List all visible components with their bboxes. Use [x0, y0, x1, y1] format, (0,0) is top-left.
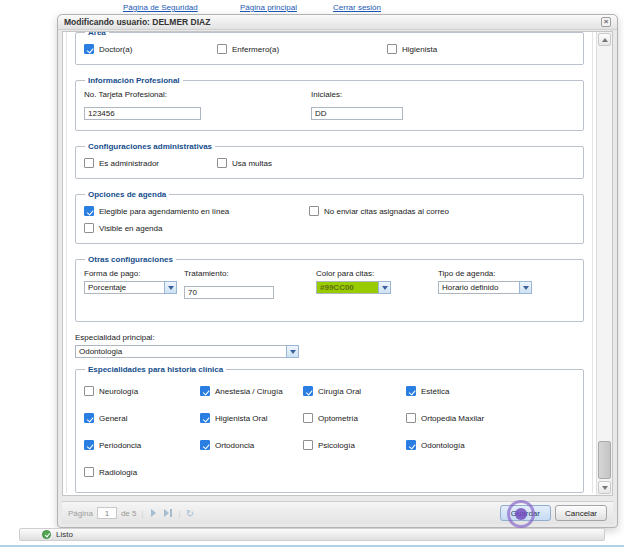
cancel-button[interactable]: Cancelar: [555, 505, 607, 521]
checkbox-label: Periodoncia: [99, 441, 141, 450]
checkbox-label: Enfermero(a): [232, 45, 279, 54]
section-info-profesional: Información Profesional No. Tarjeta Prof…: [75, 76, 584, 131]
section-otras-legend: Otras configuraciones: [85, 255, 176, 264]
iniciales-input[interactable]: [311, 107, 403, 120]
page-of-label: de 5: [121, 509, 137, 518]
especialidad-principal-select[interactable]: Odontologia: [75, 345, 584, 358]
checkbox-ortopedia-maxilar[interactable]: Ortopedia Maxilar: [406, 412, 575, 424]
checkbox-label: Higienista: [402, 45, 437, 54]
checkbox-box[interactable]: [406, 440, 416, 450]
forma-pago-select[interactable]: Porcentaje: [84, 281, 184, 294]
status-text: Listo: [56, 530, 73, 539]
scrollbar-thumb[interactable]: [598, 441, 611, 479]
checkbox-box[interactable]: [200, 440, 210, 450]
checkbox-box[interactable]: [217, 44, 227, 54]
checkbox-enfermero[interactable]: Enfermero(a): [217, 43, 387, 55]
checkbox-label: Odontología: [421, 441, 465, 450]
color-citas-select[interactable]: #99CC00: [316, 281, 438, 294]
chevron-down-icon[interactable]: [378, 281, 391, 294]
chevron-down-icon[interactable]: [519, 281, 532, 294]
checkbox-radiologia[interactable]: Radiología: [84, 466, 200, 478]
checkbox-label: Estética: [421, 387, 449, 396]
checkbox-doctor[interactable]: Doctor(a): [84, 43, 217, 55]
especialidad-principal-value: Odontologia: [75, 345, 287, 358]
checkbox-box[interactable]: [406, 386, 416, 396]
section-area: Área Doctor(a) Enfermero(a) Higienista: [75, 32, 584, 65]
checkbox-es-administrador[interactable]: Es administrador: [84, 157, 217, 169]
checkbox-box[interactable]: [200, 413, 210, 423]
logout-link[interactable]: Cerrar sesión: [333, 3, 381, 12]
checkbox-general[interactable]: General: [84, 412, 200, 424]
checkbox-box[interactable]: [200, 386, 210, 396]
tratamiento-input[interactable]: [184, 286, 274, 299]
last-page-icon[interactable]: [162, 509, 174, 517]
page-number-input[interactable]: [97, 507, 117, 519]
checkbox-box[interactable]: [303, 413, 313, 423]
tarjeta-label: No. Tarjeta Profesional:: [84, 90, 311, 99]
checkbox-cirugia-oral[interactable]: Cirugía Oral: [303, 385, 406, 397]
status-bar: Listo: [19, 528, 605, 541]
tipo-agenda-select[interactable]: Horario definido: [438, 281, 575, 294]
section-area-legend: Área: [85, 32, 109, 37]
checkbox-agendamiento-linea[interactable]: Elegible para agendamiento en línea: [84, 205, 309, 217]
checkbox-visible-agenda[interactable]: Visible en agenda: [84, 222, 309, 234]
checkbox-higienista[interactable]: Higienista: [387, 43, 575, 55]
checkbox-label: Cirugía Oral: [318, 387, 361, 396]
checkbox-box[interactable]: [84, 158, 94, 168]
checkbox-neurologia[interactable]: Neurología: [84, 385, 200, 397]
section-agenda-legend: Opciones de agenda: [85, 190, 169, 199]
checkbox-label: Doctor(a): [99, 45, 132, 54]
edit-user-dialog: Modificando usuario: DELMER DIAZ × Área …: [57, 14, 618, 528]
checkbox-label: Ortopedia Maxilar: [421, 414, 484, 423]
checkbox-label: Elegible para agendamiento en línea: [99, 207, 229, 216]
next-page-icon[interactable]: [149, 509, 158, 517]
forma-pago-value: Porcentaje: [84, 281, 165, 294]
checkbox-box[interactable]: [406, 413, 416, 423]
checkbox-box[interactable]: [84, 223, 94, 233]
checkbox-psicologia[interactable]: Psicología: [303, 439, 406, 451]
scroll-up-icon[interactable]: [598, 33, 611, 46]
checkbox-box[interactable]: [84, 206, 94, 216]
separator: |: [178, 509, 182, 518]
iniciales-label: Iniciales:: [311, 90, 575, 99]
close-icon[interactable]: ×: [601, 17, 611, 27]
checkbox-box[interactable]: [84, 44, 94, 54]
checkbox-box[interactable]: [84, 386, 94, 396]
checkbox-box[interactable]: [84, 413, 94, 423]
vertical-scrollbar[interactable]: [596, 32, 612, 495]
section-especialidades-legend: Especialidades para historia clínica: [85, 365, 226, 374]
checkbox-box[interactable]: [303, 386, 313, 396]
checkbox-label: General: [99, 414, 127, 423]
chevron-down-icon[interactable]: [286, 345, 299, 358]
section-agenda: Opciones de agenda Elegible para agendam…: [75, 190, 584, 244]
save-button[interactable]: Guardar: [500, 505, 551, 521]
refresh-icon[interactable]: ↻: [186, 508, 194, 519]
checkbox-odontologia[interactable]: Odontología: [406, 439, 575, 451]
checkbox-box[interactable]: [217, 158, 227, 168]
dialog-footer-toolbar: Página de 5 | | ↻ Guardar Cancelar: [62, 501, 613, 524]
main-page-link[interactable]: Página principal: [240, 3, 297, 12]
dialog-body: Área Doctor(a) Enfermero(a) Higienista: [62, 31, 613, 496]
checkbox-box[interactable]: [84, 440, 94, 450]
section-especialidades: Especialidades para historia clínica Neu…: [75, 365, 584, 493]
section-admin: Configuraciones administrativas Es admin…: [75, 142, 584, 179]
tarjeta-input[interactable]: [84, 107, 201, 120]
checkbox-estetica[interactable]: Estética: [406, 385, 575, 397]
tipo-agenda-value: Horario definido: [438, 281, 520, 294]
checkbox-periodoncia[interactable]: Periodoncia: [84, 439, 200, 451]
section-info-legend: Información Profesional: [85, 76, 183, 85]
checkbox-box[interactable]: [309, 206, 319, 216]
checkbox-ortodoncia[interactable]: Ortodoncia: [200, 439, 303, 451]
scroll-down-icon[interactable]: [598, 481, 611, 494]
checkbox-box[interactable]: [387, 44, 397, 54]
checkbox-label: Usa multas: [232, 159, 272, 168]
chevron-down-icon[interactable]: [164, 281, 177, 294]
checkbox-usa-multas[interactable]: Usa multas: [217, 157, 575, 169]
checkbox-box[interactable]: [84, 467, 94, 477]
security-page-link[interactable]: Página de Seguridad: [123, 3, 198, 12]
checkbox-optometria[interactable]: Optometría: [303, 412, 406, 424]
checkbox-no-enviar-citas[interactable]: No enviar citas asignadas al correo: [309, 205, 575, 217]
checkbox-anestesia-cirugia[interactable]: Anestesia / Cirugía: [200, 385, 303, 397]
checkbox-higienista-oral[interactable]: Higienista Oral: [200, 412, 303, 424]
checkbox-box[interactable]: [303, 440, 313, 450]
